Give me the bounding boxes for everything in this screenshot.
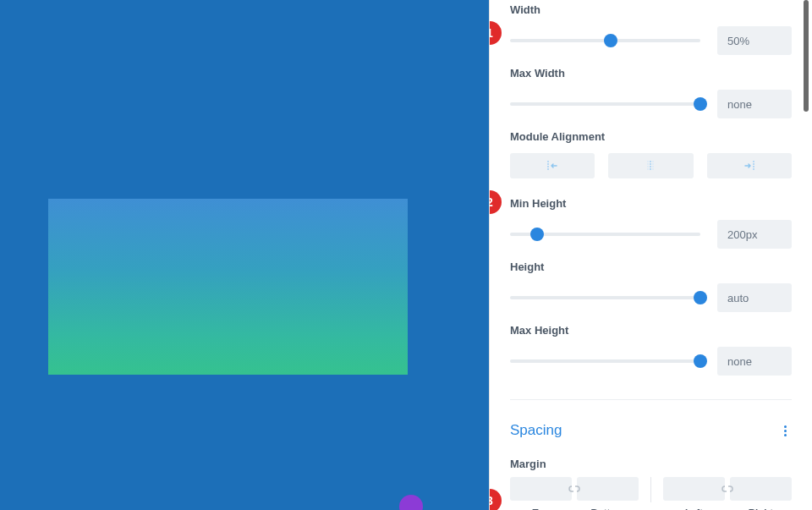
max-height-field: Max Height none xyxy=(510,321,792,384)
preview-canvas xyxy=(0,0,489,510)
align-left-icon xyxy=(545,160,560,172)
settings-panel: Width 50% Max Width none Module Alignmen… xyxy=(489,0,812,510)
max-height-label: Max Height xyxy=(510,324,792,337)
width-field: Width 50% xyxy=(510,0,792,63)
margin-top-input[interactable] xyxy=(510,477,572,501)
height-value-input[interactable]: auto xyxy=(717,283,792,312)
margin-vertical-group: Top Bottom xyxy=(510,477,639,510)
min-height-label: Min Height xyxy=(510,197,792,210)
width-slider[interactable] xyxy=(510,30,700,51)
margin-right-input[interactable] xyxy=(730,477,792,501)
margin-left-input[interactable] xyxy=(663,477,725,501)
min-height-slider[interactable] xyxy=(510,224,700,244)
link-horizontal-icon[interactable] xyxy=(721,483,734,495)
alignment-field: Module Alignment xyxy=(510,127,792,194)
spacing-section: Spacing Margin Top Bottom xyxy=(510,399,792,510)
align-center-button[interactable] xyxy=(608,153,693,178)
alignment-label: Module Alignment xyxy=(510,130,792,143)
height-label: Height xyxy=(510,260,792,273)
margin-divider xyxy=(650,477,651,502)
min-height-field: Min Height 200px xyxy=(510,194,792,257)
spacing-menu-button[interactable] xyxy=(778,424,792,437)
max-height-value-input[interactable]: none xyxy=(717,347,792,376)
max-width-slider[interactable] xyxy=(510,94,700,114)
width-label: Width xyxy=(510,3,792,16)
margin-bottom-input[interactable] xyxy=(577,477,639,501)
max-width-value-input[interactable]: none xyxy=(717,90,792,118)
width-value-input[interactable]: 50% xyxy=(717,26,792,55)
align-right-icon xyxy=(742,160,757,172)
height-slider[interactable] xyxy=(510,288,700,308)
height-field: Height auto xyxy=(510,257,792,321)
margin-horizontal-group: Left Right xyxy=(663,477,792,510)
align-left-button[interactable] xyxy=(510,153,595,178)
annotation-badge-1: 1 xyxy=(489,21,502,45)
max-width-label: Max Width xyxy=(510,67,792,80)
spacing-section-title[interactable]: Spacing xyxy=(510,422,562,439)
min-height-value-input[interactable]: 200px xyxy=(717,220,792,249)
preview-module[interactable] xyxy=(48,199,408,375)
max-height-slider[interactable] xyxy=(510,351,700,371)
align-right-button[interactable] xyxy=(707,153,792,178)
margin-row: Top Bottom Left Right xyxy=(510,477,792,510)
module-action-button[interactable] xyxy=(399,495,423,510)
margin-label: Margin xyxy=(510,458,792,470)
max-width-field: Max Width none xyxy=(510,63,792,127)
link-vertical-icon[interactable] xyxy=(568,483,581,495)
annotation-badge-2: 2 xyxy=(489,190,502,214)
align-center-icon xyxy=(643,160,658,172)
scrollbar-thumb[interactable] xyxy=(804,0,809,112)
annotation-badge-3: 3 xyxy=(489,489,502,510)
